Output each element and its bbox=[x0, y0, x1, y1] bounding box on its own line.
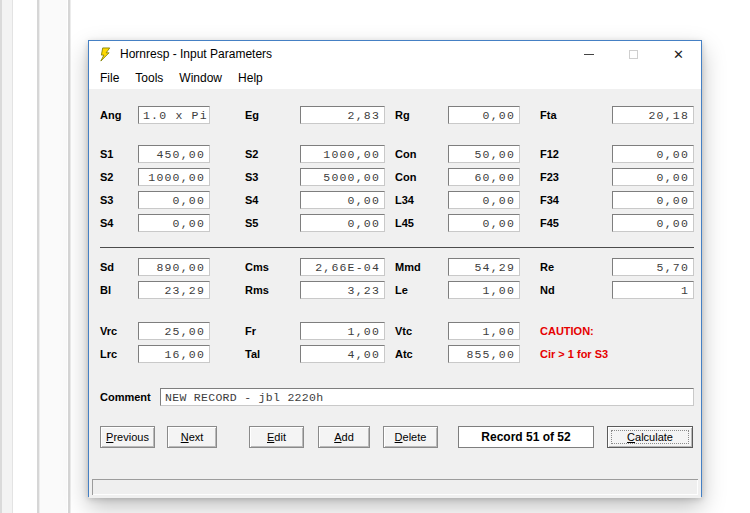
field-l34[interactable]: 0,00 bbox=[448, 191, 520, 209]
f23-label: F23 bbox=[540, 171, 559, 183]
minimize-icon bbox=[584, 54, 594, 55]
field-re[interactable]: 5,70 bbox=[612, 258, 694, 276]
caution-title: CAUTION: bbox=[540, 325, 594, 337]
field-sd[interactable]: 890,00 bbox=[138, 258, 210, 276]
maximize-button bbox=[611, 41, 656, 67]
field-tal[interactable]: 4,00 bbox=[300, 345, 385, 363]
next-button[interactable]: Next bbox=[167, 426, 217, 448]
row-driver-2: Bl 23,29 Rms 3,23 Le 1,00 Nd 1 bbox=[100, 281, 694, 299]
field-nd[interactable]: 1 bbox=[612, 281, 694, 299]
s3b-label: S3 bbox=[100, 194, 113, 206]
hornresp-input-parameters-window: Hornresp - Input Parameters ✕ File Tools… bbox=[88, 40, 702, 497]
caution-message: Cir > 1 for S3 bbox=[540, 348, 608, 360]
delete-button[interactable]: Delete bbox=[383, 426, 438, 448]
s4a-label: S4 bbox=[245, 194, 258, 206]
previous-button[interactable]: Previous bbox=[100, 426, 155, 448]
f45-label: F45 bbox=[540, 217, 559, 229]
s2b-label: S2 bbox=[100, 171, 113, 183]
menu-bar: File Tools Window Help bbox=[89, 67, 701, 89]
field-rg[interactable]: 0,00 bbox=[448, 106, 520, 124]
cms-label: Cms bbox=[245, 261, 269, 273]
ang-label: Ang bbox=[100, 109, 121, 121]
field-f23[interactable]: 0,00 bbox=[612, 168, 694, 186]
field-le[interactable]: 1,00 bbox=[448, 281, 520, 299]
menu-window[interactable]: Window bbox=[171, 69, 230, 87]
lightning-icon bbox=[98, 47, 113, 62]
menu-file[interactable]: File bbox=[92, 69, 127, 87]
lrc-label: Lrc bbox=[100, 348, 117, 360]
s3a-label: S3 bbox=[245, 171, 258, 183]
field-bl[interactable]: 23,29 bbox=[138, 281, 210, 299]
tal-label: Tal bbox=[245, 348, 260, 360]
add-button[interactable]: Add bbox=[318, 426, 370, 448]
f34-label: F34 bbox=[540, 194, 559, 206]
sd-label: Sd bbox=[100, 261, 114, 273]
row-chamber-2: Lrc 16,00 Tal 4,00 Atc 855,00 Cir > 1 fo… bbox=[100, 345, 694, 363]
focus-rectangle bbox=[611, 430, 689, 444]
field-s3b[interactable]: 0,00 bbox=[138, 191, 210, 209]
vrc-label: Vrc bbox=[100, 325, 117, 337]
background-window-edge-8 bbox=[70, 0, 71, 513]
field-ang[interactable]: 1.0 x Pi bbox=[138, 106, 210, 124]
client-area: Ang 1.0 x Pi Eg 2,83 Rg 0,00 Fta 20,18 S… bbox=[89, 89, 701, 498]
field-lrc[interactable]: 16,00 bbox=[138, 345, 210, 363]
field-s1[interactable]: 450,00 bbox=[138, 145, 210, 163]
field-s4a[interactable]: 0,00 bbox=[300, 191, 385, 209]
field-fta[interactable]: 20,18 bbox=[612, 106, 694, 124]
background-window-edge-2 bbox=[2, 0, 12, 513]
caption-buttons: ✕ bbox=[566, 41, 701, 67]
field-l45[interactable]: 0,00 bbox=[448, 214, 520, 232]
f12-label: F12 bbox=[540, 148, 559, 160]
field-eg[interactable]: 2,83 bbox=[300, 106, 385, 124]
close-button[interactable]: ✕ bbox=[656, 41, 701, 67]
field-vtc[interactable]: 1,00 bbox=[448, 322, 520, 340]
fta-label: Fta bbox=[540, 109, 557, 121]
menu-tools[interactable]: Tools bbox=[127, 69, 171, 87]
s2a-label: S2 bbox=[245, 148, 258, 160]
row-horn-3: S3 0,00 S4 0,00 L34 0,00 F34 0,00 bbox=[100, 191, 694, 209]
background-window-edge-6 bbox=[40, 0, 67, 513]
maximize-icon bbox=[629, 50, 638, 59]
field-f45[interactable]: 0,00 bbox=[612, 214, 694, 232]
field-con12[interactable]: 50,00 bbox=[448, 145, 520, 163]
s5-label: S5 bbox=[245, 217, 258, 229]
status-bar bbox=[92, 479, 698, 495]
vtc-label: Vtc bbox=[395, 325, 412, 337]
comment-input[interactable]: NEW RECORD - jbl 2220h bbox=[160, 388, 694, 406]
menu-help[interactable]: Help bbox=[230, 69, 271, 87]
action-buttons-row: Previous Next Edit Add Delete Record 51 … bbox=[100, 426, 694, 448]
field-f12[interactable]: 0,00 bbox=[612, 145, 694, 163]
title-bar: Hornresp - Input Parameters ✕ bbox=[89, 41, 701, 67]
field-f34[interactable]: 0,00 bbox=[612, 191, 694, 209]
window-title: Hornresp - Input Parameters bbox=[120, 47, 272, 61]
field-mmd[interactable]: 54,29 bbox=[448, 258, 520, 276]
record-status: Record 51 of 52 bbox=[458, 426, 594, 448]
field-con23[interactable]: 60,00 bbox=[448, 168, 520, 186]
fr-label: Fr bbox=[245, 325, 256, 337]
field-s3a[interactable]: 5000,00 bbox=[300, 168, 385, 186]
field-cms[interactable]: 2,66E-04 bbox=[300, 258, 385, 276]
field-fr[interactable]: 1,00 bbox=[300, 322, 385, 340]
edit-button[interactable]: Edit bbox=[249, 426, 304, 448]
row-chamber-1: Vrc 25,00 Fr 1,00 Vtc 1,00 CAUTION: bbox=[100, 322, 694, 340]
row-horn-1: S1 450,00 S2 1000,00 Con 50,00 F12 0,00 bbox=[100, 145, 694, 163]
re-label: Re bbox=[540, 261, 554, 273]
l45-label: L45 bbox=[395, 217, 414, 229]
rms-label: Rms bbox=[245, 284, 269, 296]
field-s2b[interactable]: 1000,00 bbox=[138, 168, 210, 186]
field-rms[interactable]: 3,23 bbox=[300, 281, 385, 299]
calculate-button[interactable]: Calculate bbox=[607, 426, 693, 448]
minimize-button[interactable] bbox=[566, 41, 611, 67]
comment-label: Comment bbox=[100, 391, 160, 403]
field-s2a[interactable]: 1000,00 bbox=[300, 145, 385, 163]
le-label: Le bbox=[395, 284, 408, 296]
field-atc[interactable]: 855,00 bbox=[448, 345, 520, 363]
con23-label: Con bbox=[395, 171, 416, 183]
close-icon: ✕ bbox=[673, 47, 684, 62]
field-vrc[interactable]: 25,00 bbox=[138, 322, 210, 340]
con12-label: Con bbox=[395, 148, 416, 160]
s1-label: S1 bbox=[100, 148, 113, 160]
field-s5[interactable]: 0,00 bbox=[300, 214, 385, 232]
field-s4b[interactable]: 0,00 bbox=[138, 214, 210, 232]
comment-row: Comment NEW RECORD - jbl 2220h bbox=[100, 388, 694, 406]
